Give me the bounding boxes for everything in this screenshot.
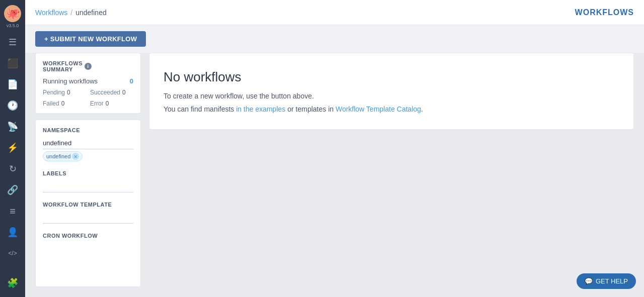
labels-label: LABELS <box>43 170 133 176</box>
left-panel: WORKFLOWS SUMMARY i Running workflows 0 … <box>35 53 141 287</box>
help-label: GET HELP <box>596 277 628 285</box>
submit-workflow-button[interactable]: + SUBMIT NEW WORKFLOW <box>35 31 146 47</box>
clock-icon: 🕐 <box>7 100 18 111</box>
summary-title: WORKFLOWS SUMMARY i <box>43 60 133 72</box>
lightning-icon: ⚡ <box>7 142 18 153</box>
get-help-button[interactable]: 💬 GET HELP <box>577 273 636 289</box>
summary-info-icon[interactable]: i <box>85 63 92 70</box>
list-icon: ≡ <box>10 206 16 217</box>
sidebar-item-puzzle[interactable]: 🧩 <box>7 273 18 293</box>
main-content: Workflows / undefined WORKFLOWS + SUBMIT… <box>25 0 644 297</box>
summary-card: WORKFLOWS SUMMARY i Running workflows 0 … <box>35 53 141 114</box>
code-icon: </> <box>8 250 17 257</box>
filter-card: NAMESPACE undefined × LABELS WORKFLOW TE… <box>35 120 141 287</box>
sidebar-item-dashboard[interactable]: ⬛ <box>0 53 25 73</box>
breadcrumb-workflows-link[interactable]: Workflows <box>35 9 67 17</box>
sidebar-item-lightning[interactable]: ⚡ <box>0 138 25 158</box>
sidebar-bottom: 🧩 <box>7 273 18 297</box>
chat-icon: 💬 <box>585 277 593 285</box>
sidebar-item-code[interactable]: </> <box>0 243 25 263</box>
content-area: WORKFLOWS SUMMARY i Running workflows 0 … <box>25 53 644 297</box>
stat-failed: Failed 0 <box>43 100 86 107</box>
wifi-icon: 📡 <box>7 121 18 132</box>
sidebar-item-list[interactable]: ≡ <box>0 201 25 221</box>
namespace-input[interactable] <box>43 137 133 149</box>
labels-input[interactable] <box>43 180 133 192</box>
empty-title: No workflows <box>164 69 619 85</box>
workflow-template-filter: WORKFLOW TEMPLATE <box>43 202 133 224</box>
sidebar-item-clipboard[interactable]: 📄 <box>0 74 25 94</box>
breadcrumb-current: undefined <box>75 9 107 17</box>
avatar-section: 🐙 v3.5.0 <box>0 0 25 30</box>
version-label: v3.5.0 <box>7 23 19 28</box>
template-catalog-link[interactable]: Workflow Template Catalog <box>336 105 421 113</box>
stat-error: Error 0 <box>90 100 133 107</box>
stat-succeeded: Succeeded 0 <box>90 89 133 96</box>
workflow-template-label: WORKFLOW TEMPLATE <box>43 202 133 208</box>
avatar-icon: 🐙 <box>6 7 20 20</box>
sidebar-item-user[interactable]: 👤 <box>0 222 25 242</box>
sidebar-item-link[interactable]: 🔗 <box>0 180 25 200</box>
breadcrumb-separator: / <box>70 9 72 17</box>
topbar: Workflows / undefined WORKFLOWS <box>25 0 644 25</box>
empty-state-card: No workflows To create a new workflow, u… <box>149 53 634 130</box>
sidebar-item-clock[interactable]: 🕐 <box>0 95 25 116</box>
right-panel: No workflows To create a new workflow, u… <box>149 53 634 287</box>
dashboard-icon: ⬛ <box>7 58 18 69</box>
sidebar-nav: ☰ ⬛ 📄 🕐 📡 ⚡ ↻ 🔗 ≡ 👤 </> <box>0 30 25 273</box>
examples-link[interactable]: in the examples <box>236 105 285 113</box>
labels-filter: LABELS <box>43 170 133 192</box>
cron-workflow-label: CRON WORKFLOW <box>43 233 133 239</box>
user-icon: 👤 <box>7 227 18 238</box>
namespace-tag-remove[interactable]: × <box>72 153 79 160</box>
hamburger-menu-icon: ☰ <box>9 37 17 48</box>
running-count: 0 <box>130 77 133 85</box>
breadcrumb: Workflows / undefined <box>35 9 107 17</box>
namespace-filter: NAMESPACE undefined × <box>43 127 133 161</box>
namespace-tag: undefined × <box>43 151 83 161</box>
page-title: WORKFLOWS <box>575 8 634 17</box>
stats-grid: Pending 0 Succeeded 0 Failed 0 Error <box>43 89 133 107</box>
stat-pending: Pending 0 <box>43 89 86 96</box>
puzzle-icon: 🧩 <box>7 277 18 288</box>
namespace-label: NAMESPACE <box>43 127 133 133</box>
workflow-template-input[interactable] <box>43 212 133 224</box>
refresh-icon: ↻ <box>9 163 17 174</box>
action-bar: + SUBMIT NEW WORKFLOW <box>25 25 644 53</box>
empty-manifest-text: You can find manifests in the examples o… <box>164 105 619 113</box>
clipboard-icon: 📄 <box>7 79 18 90</box>
running-label: Running workflows <box>43 77 98 85</box>
cron-workflow-filter: CRON WORKFLOW <box>43 233 133 239</box>
sidebar-item-network[interactable]: 📡 <box>0 117 25 137</box>
empty-description: To create a new workflow, use the button… <box>164 92 619 100</box>
sidebar-item-menu[interactable]: ☰ <box>0 32 25 52</box>
link-icon: 🔗 <box>7 184 18 195</box>
sidebar-item-refresh[interactable]: ↻ <box>0 159 25 179</box>
sidebar: 🐙 v3.5.0 ☰ ⬛ 📄 🕐 📡 ⚡ ↻ 🔗 ≡ <box>0 0 25 297</box>
running-workflows-row: Running workflows 0 <box>43 77 133 85</box>
avatar[interactable]: 🐙 <box>4 5 21 22</box>
summary-title-text: WORKFLOWS SUMMARY <box>43 60 83 72</box>
